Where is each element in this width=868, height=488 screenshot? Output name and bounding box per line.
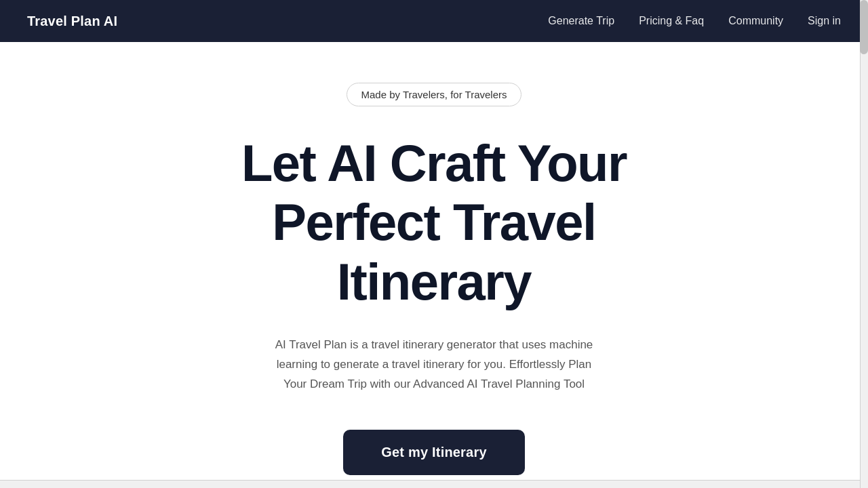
nav-item-pricing-faq[interactable]: Pricing & Faq: [639, 15, 704, 27]
navbar: Travel Plan AI Generate Trip Pricing & F…: [0, 0, 868, 42]
hero-heading-line2: Perfect Travel: [272, 193, 595, 251]
nav-item-sign-in[interactable]: Sign in: [808, 15, 841, 27]
scrollbar-vertical-track[interactable]: [860, 0, 868, 488]
site-logo[interactable]: Travel Plan AI: [27, 14, 117, 29]
scrollbar-vertical-thumb[interactable]: [860, 0, 868, 54]
nav-link-pricing-faq[interactable]: Pricing & Faq: [639, 15, 704, 26]
scrollbar-horizontal-track[interactable]: [0, 480, 860, 488]
nav-link-community[interactable]: Community: [728, 15, 783, 26]
nav-links: Generate Trip Pricing & Faq Community Si…: [548, 15, 841, 27]
get-itinerary-button[interactable]: Get my Itinerary: [343, 430, 525, 475]
nav-item-community[interactable]: Community: [728, 15, 783, 27]
hero-heading: Let AI Craft Your Perfect Travel Itinera…: [241, 134, 627, 311]
nav-item-generate-trip[interactable]: Generate Trip: [548, 15, 614, 27]
main-content: Made by Travelers, for Travelers Let AI …: [0, 42, 868, 488]
hero-badge: Made by Travelers, for Travelers: [347, 83, 521, 106]
hero-subtext: AI Travel Plan is a travel itinerary gen…: [271, 336, 597, 394]
hero-heading-line1: Let AI Craft Your: [241, 134, 627, 192]
hero-heading-line3: Itinerary: [337, 253, 531, 310]
nav-link-generate-trip[interactable]: Generate Trip: [548, 15, 614, 26]
nav-link-sign-in[interactable]: Sign in: [808, 15, 841, 26]
